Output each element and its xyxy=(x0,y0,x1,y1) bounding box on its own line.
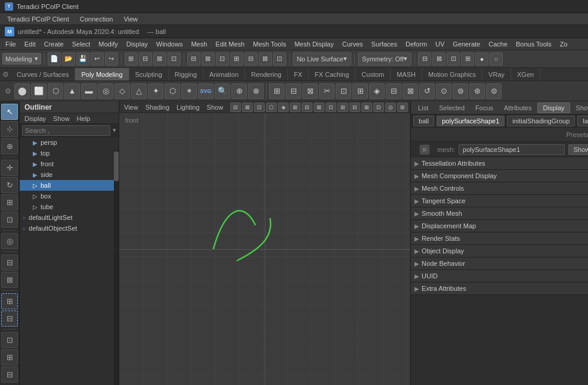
maya-menu-bonus[interactable]: Bonus Tools xyxy=(512,39,556,49)
maya-menu-create[interactable]: Create xyxy=(40,39,68,49)
snap3-btn[interactable]: ⊡ xyxy=(216,52,229,66)
attr-section-extra-header[interactable]: ▶ Extra Attributes xyxy=(411,282,588,294)
shelf-offset-loop-icon[interactable]: ⊠ xyxy=(403,83,418,99)
vp-icon15[interactable]: ⊞ xyxy=(397,103,408,112)
maya-menu-deform[interactable]: Deform xyxy=(401,39,431,49)
attr-section-mesh-component-header[interactable]: ▶ Mesh Component Display xyxy=(411,170,588,182)
vp-icon5[interactable]: ◈ xyxy=(278,103,289,112)
outliner-item-objectset[interactable]: ○ defaultObjectSet xyxy=(20,223,114,234)
snap-points-btn[interactable]: ⊞ xyxy=(1,293,18,309)
universal-tool-btn[interactable]: ⊡ xyxy=(1,212,18,228)
shelf-cone-icon[interactable]: ▲ xyxy=(64,83,80,99)
shelf-poke-icon[interactable]: ⊛ xyxy=(469,83,485,99)
maya-menu-mesh[interactable]: Mesh xyxy=(187,39,211,49)
tab-fx[interactable]: FX xyxy=(288,68,309,80)
attr-section-object-display-header[interactable]: ▶ Object Display xyxy=(411,245,588,257)
maya-menu-display[interactable]: Display xyxy=(122,39,152,49)
render2-btn[interactable]: ⊠ xyxy=(432,52,445,66)
tab-vray[interactable]: VRay xyxy=(482,68,511,80)
shelf-smooth-icon[interactable]: ⊞ xyxy=(352,83,368,99)
maya-menu-mesh-tools[interactable]: Mesh Tools xyxy=(249,39,290,49)
outliner-show-menu[interactable]: Show xyxy=(49,114,73,123)
select-tool-btn[interactable]: ↖ xyxy=(1,104,18,120)
paint-btn[interactable]: ⊡ xyxy=(168,52,181,66)
shelf-sphere-icon[interactable]: ⬤ xyxy=(14,83,30,99)
shelf-circularize-icon[interactable]: ⊙ xyxy=(436,83,451,99)
vp-icon11[interactable]: ⊟ xyxy=(349,103,360,112)
outliner-item-top[interactable]: ▶ top xyxy=(20,148,114,159)
tab-custom[interactable]: Custom xyxy=(355,68,391,80)
show-btn[interactable]: Show xyxy=(568,144,588,155)
camera-tool1-btn[interactable]: ⊡ xyxy=(1,332,18,348)
search-input[interactable] xyxy=(22,125,110,136)
vp-icon14[interactable]: ◎ xyxy=(385,103,396,112)
outliner-item-side[interactable]: ▶ side xyxy=(20,169,114,180)
open-scene-btn[interactable]: 📂 xyxy=(62,52,75,66)
snap6-btn[interactable]: ⊠ xyxy=(259,52,272,66)
menu-connection[interactable]: Connection xyxy=(75,14,118,24)
maya-menu-modify[interactable]: Modify xyxy=(94,39,122,49)
attr-section-smooth-mesh-header[interactable]: ▶ Smooth Mesh xyxy=(411,207,588,219)
soft-mod-btn[interactable]: ◎ xyxy=(1,233,18,249)
last-tool-btn[interactable]: ⊟ xyxy=(1,254,18,271)
shelf-wedge-icon[interactable]: ⊜ xyxy=(486,83,502,99)
attr-section-node-behavior-header[interactable]: ▶ Node Behavior xyxy=(411,257,588,269)
outliner-display-menu[interactable]: Display xyxy=(21,114,49,123)
show-manip-btn[interactable]: ⊠ xyxy=(1,272,18,288)
vp-icon10[interactable]: ⊞ xyxy=(338,103,348,112)
shelf-star-icon[interactable]: ✦ xyxy=(148,83,163,99)
shelf-cube-icon[interactable]: ⬜ xyxy=(31,83,47,99)
vp-icon3[interactable]: ⊡ xyxy=(254,103,265,112)
shelf-settings-icon[interactable]: ⚙ xyxy=(2,83,13,99)
vp-menu-view[interactable]: View xyxy=(122,104,141,111)
maya-menu-edit-mesh[interactable]: Edit Mesh xyxy=(211,39,249,49)
lasso-tool-btn[interactable]: ⊹ xyxy=(1,121,18,137)
shelf-extrude-icon[interactable]: ⊞ xyxy=(269,83,284,99)
attr-section-render-stats-header[interactable]: ▶ Render Stats xyxy=(411,232,588,244)
select-btn[interactable]: ⊟ xyxy=(139,52,152,66)
outliner-item-tube[interactable]: ▷ tube xyxy=(20,201,114,212)
vp-icon2[interactable]: ⊠ xyxy=(242,103,253,112)
snap4-btn[interactable]: ⊞ xyxy=(230,52,243,66)
render4-btn[interactable]: ⊞ xyxy=(461,52,474,66)
tab-mash[interactable]: MASH xyxy=(391,68,422,80)
vp-menu-shading[interactable]: Shading xyxy=(143,104,172,111)
tab-motion-graphics[interactable]: Motion Graphics xyxy=(422,68,482,80)
shelf-torus-icon[interactable]: ◎ xyxy=(98,83,113,99)
tab-rigging[interactable]: Rigging xyxy=(169,68,203,80)
mode-dropdown[interactable]: Modeling ▾ xyxy=(2,53,41,64)
vp-menu-show[interactable]: Show xyxy=(205,104,226,111)
snap2-btn[interactable]: ⊠ xyxy=(202,52,215,66)
paint-select-btn[interactable]: ⊕ xyxy=(1,138,18,154)
maya-menu-select[interactable]: Select xyxy=(68,39,95,49)
vp-icon13[interactable]: ⊡ xyxy=(373,103,384,112)
viewport-canvas[interactable]: front xyxy=(119,113,410,385)
outliner-item-front[interactable]: ▶ front xyxy=(20,159,114,169)
maya-menu-generate[interactable]: Generate xyxy=(448,39,484,49)
shelf-plane-icon[interactable]: ▬ xyxy=(81,83,97,99)
attr-tab-display[interactable]: Display xyxy=(537,103,570,113)
attr-tab-attributes[interactable]: Attributes xyxy=(499,103,536,113)
attr-section-displacement-header[interactable]: ▶ Displacement Map xyxy=(411,220,588,232)
shelf-combine-icon[interactable]: ⊕ xyxy=(231,83,247,99)
shelf-mirror-icon[interactable]: ⊗ xyxy=(248,83,264,99)
shelf-poly-icon[interactable]: ⬡ xyxy=(165,83,180,99)
maya-menu-file[interactable]: File xyxy=(1,39,20,49)
outliner-scrollbar[interactable] xyxy=(114,150,119,385)
select-by-hierarchy-btn[interactable]: ⊞ xyxy=(125,52,138,66)
maya-menu-cache[interactable]: Cache xyxy=(484,39,512,49)
vp-menu-lighting[interactable]: Lighting xyxy=(174,104,202,111)
snap5-btn[interactable]: ⊟ xyxy=(245,52,258,66)
maya-menu-edit[interactable]: Edit xyxy=(20,39,40,49)
new-scene-btn[interactable]: 📄 xyxy=(48,52,61,66)
attr-tab-show[interactable]: Show xyxy=(571,103,588,113)
outliner-help-menu[interactable]: Help xyxy=(73,114,94,123)
menu-teradici[interactable]: Teradici PCoIP Client xyxy=(2,14,74,24)
node-tab-shadinggroup[interactable]: initialShadingGroup xyxy=(507,116,575,126)
tab-curves-surfaces[interactable]: Curves / Surfaces xyxy=(11,68,75,80)
maya-menu-surfaces[interactable]: Surfaces xyxy=(367,39,401,49)
live-surface-btn[interactable]: No Live Surface ▾ xyxy=(293,52,351,66)
shelf-bevel-icon[interactable]: ⊟ xyxy=(286,83,301,99)
shelf-insert-loop-icon[interactable]: ⊟ xyxy=(386,83,401,99)
connector-icon[interactable]: ⊠ xyxy=(420,145,429,154)
